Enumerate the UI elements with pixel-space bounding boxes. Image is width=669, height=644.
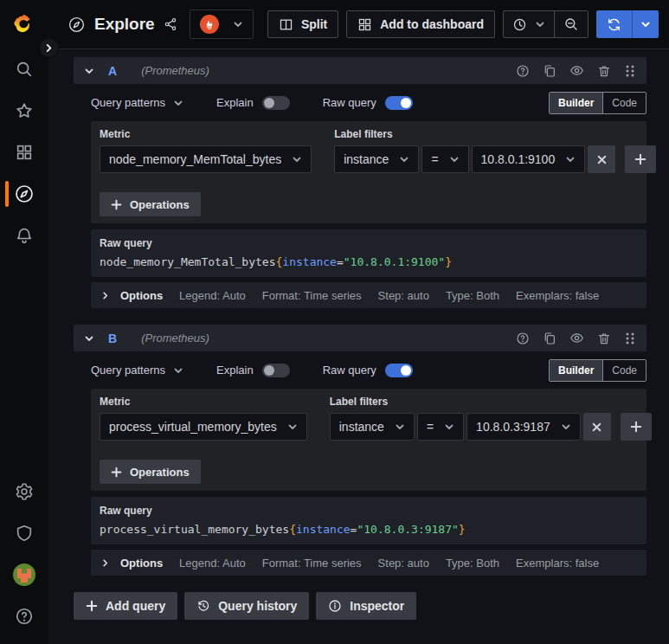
editor-mode-switch: Builder Code [549,92,646,114]
filter-operator-select[interactable]: = [417,413,464,441]
search-icon[interactable] [0,54,48,85]
share-icon[interactable] [164,17,177,31]
inspector-label: Inspector [350,599,404,613]
filter-label-value: instance [339,420,384,434]
metric-label: Metric [100,396,307,408]
filter-value-select[interactable]: 10.8.0.1:9100 [472,145,586,173]
raw-query-toggle[interactable] [385,96,413,110]
add-query-button[interactable]: Add query [74,592,177,620]
code-mode-option[interactable]: Code [603,360,646,381]
user-avatar[interactable] [0,559,48,590]
explore-footer: Add query Query history Inspector [74,592,646,620]
options-step: Step: auto [378,557,429,570]
filter-label-value: instance [344,152,389,166]
run-interval-dropdown[interactable] [632,10,659,38]
query-help-icon[interactable] [516,64,530,78]
help-icon[interactable] [0,601,48,632]
remove-filter-button[interactable] [583,413,611,441]
explain-toggle[interactable] [262,364,290,377]
query-options-row[interactable]: Options Legend: Auto Format: Time series… [91,282,646,308]
filter-label-select[interactable]: instance [334,145,419,173]
explore-compass-icon [68,16,86,34]
options-format: Format: Time series [262,289,362,302]
explore-query-area: A (Prometheus) [48,49,669,644]
plus-icon [111,467,122,478]
add-filter-button[interactable] [625,145,656,173]
expand-sidebar-button[interactable] [39,38,59,58]
chevron-down-icon [444,422,454,432]
options-type: Type: Both [446,289,499,302]
split-button[interactable]: Split [267,10,338,38]
datasource-picker[interactable] [190,10,254,39]
metric-select[interactable]: node_memory_MemTotal_bytes [100,145,312,173]
add-to-dashboard-button[interactable]: Add to dashboard [346,10,495,38]
remove-query-trash-icon[interactable] [597,332,611,345]
builder-mode-option[interactable]: Builder [550,360,603,381]
add-operation-button[interactable]: Operations [100,460,201,484]
raw-query-label: Raw query [100,505,638,517]
operations-label: Operations [130,198,190,211]
server-admin-shield-icon[interactable] [0,518,48,549]
plus-icon [634,153,646,165]
options-label: Options [120,557,163,570]
query-help-icon[interactable] [516,332,530,345]
duplicate-query-icon[interactable] [543,332,556,345]
query-history-button[interactable]: Query history [184,592,309,620]
time-range-picker[interactable] [504,11,554,37]
chevron-down-icon [399,154,409,164]
query-patterns-dropdown[interactable]: Query patterns [91,364,183,377]
filter-label-select[interactable]: instance [330,413,415,441]
query-header-b[interactable]: B (Prometheus) [74,325,646,351]
chevron-down-icon [561,422,571,432]
options-format: Format: Time series [262,557,362,570]
disable-query-eye-icon[interactable] [569,63,584,78]
starred-icon[interactable] [0,95,48,126]
explain-toggle[interactable] [262,96,290,110]
builder-mode-option[interactable]: Builder [550,93,603,113]
query-ref-id: A [108,64,117,78]
duplicate-query-icon[interactable] [543,64,556,78]
dashboards-icon[interactable] [0,137,48,168]
raw-query-toggle[interactable] [385,364,413,377]
alerting-icon[interactable] [0,220,48,251]
options-exemplars: Exemplars: false [516,557,599,570]
remove-query-trash-icon[interactable] [597,64,611,78]
filter-operator-select[interactable]: = [421,145,468,173]
add-operation-button[interactable]: Operations [100,192,201,216]
options-exemplars: Exemplars: false [516,289,599,302]
explore-nav-icon[interactable] [0,178,48,209]
query-row-a: A (Prometheus) [74,57,646,308]
plus-icon [86,600,98,612]
query-options-row[interactable]: Options Legend: Auto Format: Time series… [91,550,646,576]
drag-handle-icon[interactable] [624,332,636,345]
zoom-out-button[interactable] [554,11,588,37]
chevron-right-icon [100,558,110,568]
label-filters-label: Label filters [330,396,652,408]
options-legend: Legend: Auto [179,557,246,570]
editor-mode-switch: Builder Code [549,359,646,382]
grafana-logo[interactable] [0,7,48,42]
options-step: Step: auto [378,289,429,302]
metric-select[interactable]: process_virtual_memory_bytes [100,413,307,441]
chevron-down-icon [173,365,183,376]
query-ref-id: B [108,332,117,345]
metric-field: Metric process_virtual_memory_bytes [100,396,307,441]
run-query-button[interactable] [596,10,632,38]
options-type: Type: Both [446,557,499,570]
metric-field: Metric node_memory_MemTotal_bytes [100,128,312,173]
disable-query-eye-icon[interactable] [569,331,584,345]
code-mode-option[interactable]: Code [603,93,646,113]
remove-filter-button[interactable] [588,145,615,173]
chevron-down-icon [565,154,576,164]
add-filter-button[interactable] [621,413,652,441]
configuration-gear-icon[interactable] [0,476,48,507]
inspector-button[interactable]: Inspector [316,592,416,620]
drag-handle-icon[interactable] [624,64,636,78]
filter-value-select[interactable]: 10.8.0.3:9187 [466,413,581,441]
add-query-label: Add query [106,599,165,613]
query-builder: Metric process_virtual_memory_bytes Labe… [91,389,646,491]
query-patterns-dropdown[interactable]: Query patterns [91,96,183,109]
query-header-a[interactable]: A (Prometheus) [74,57,646,84]
chevron-down-icon [287,422,298,432]
filter-value: 10.8.0.1:9100 [481,152,556,166]
